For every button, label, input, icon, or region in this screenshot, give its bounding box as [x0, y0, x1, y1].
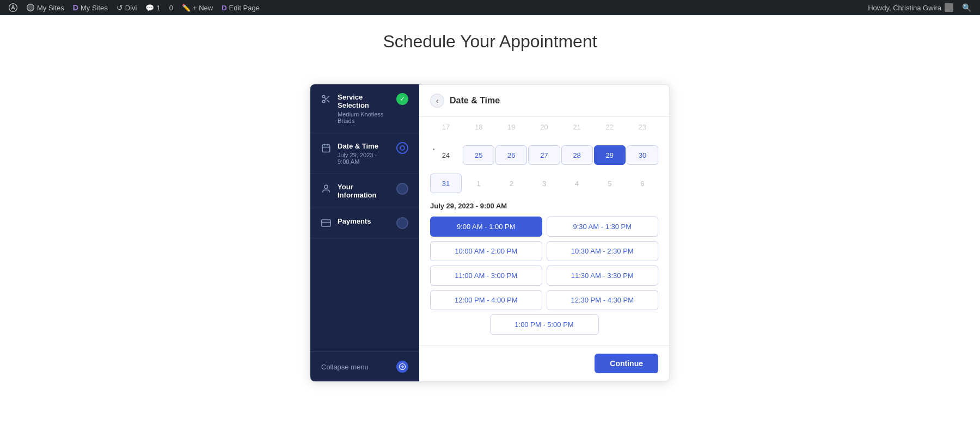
time-slot-9[interactable]: 1:00 PM - 5:00 PM [490, 314, 599, 335]
cal-day-27[interactable]: 27 [528, 145, 560, 165]
my-sites-label: My Sites [37, 4, 64, 12]
cal-day-26[interactable]: 26 [495, 145, 527, 165]
sidebar-step-datetime[interactable]: Date & Time July 29, 2023 - 9:00 AM [310, 133, 419, 174]
selected-date-label: July 29, 2023 - 9:00 AM [430, 202, 658, 210]
divi-label: My Sites [81, 4, 108, 12]
comments-count: 1 [156, 4, 160, 12]
time-slot-3[interactable]: 10:00 AM - 2:00 PM [430, 241, 542, 261]
svg-point-1 [322, 95, 325, 98]
info-inactive-indicator [396, 183, 408, 195]
svg-rect-6 [322, 145, 330, 152]
person-icon [321, 184, 331, 194]
edit-page-link[interactable]: ✏️ + New [177, 0, 217, 15]
calendar-week-3: 31 1 2 3 4 5 6 [430, 174, 658, 193]
cal-day-17[interactable]: 17 [430, 117, 462, 137]
cal-day-19[interactable]: 19 [495, 117, 527, 137]
updates-icon: ↺ [117, 3, 123, 12]
cal-day-4-aug[interactable]: 4 [561, 174, 593, 193]
service-complete-indicator: ✓ [396, 93, 408, 105]
booking-widget: Service Selection Medium Knotless Braids… [310, 84, 670, 381]
wp-logo-link[interactable] [4, 0, 22, 15]
svg-line-4 [327, 100, 329, 102]
new-link[interactable]: 0 [165, 0, 177, 15]
calendar-icon [321, 143, 331, 153]
time-slot-4[interactable]: 10:30 AM - 2:30 PM [547, 241, 659, 261]
booking-sidebar: Service Selection Medium Knotless Braids… [310, 84, 419, 381]
time-slots-grid: 9:00 AM - 1:00 PM 9:30 AM - 1:30 PM 10:0… [430, 217, 658, 335]
payments-step-title: Payments [338, 217, 390, 225]
sidebar-step-service[interactable]: Service Selection Medium Knotless Braids… [310, 84, 419, 133]
cal-day-23[interactable]: 23 [627, 117, 658, 137]
cal-day-6-aug[interactable]: 6 [627, 174, 658, 193]
card-icon [321, 218, 331, 228]
datetime-step-content: Date & Time July 29, 2023 - 9:00 AM [338, 142, 390, 165]
cal-day-24[interactable]: 24 [430, 145, 462, 165]
cal-day-22[interactable]: 22 [594, 117, 626, 137]
admin-bar: My Sites D My Sites ↺ Divi 💬 1 0 ✏️ + Ne… [0, 0, 980, 15]
cal-day-21[interactable]: 21 [561, 117, 593, 137]
cal-day-2-aug[interactable]: 2 [495, 174, 527, 193]
time-slot-5[interactable]: 11:00 AM - 3:00 PM [430, 266, 542, 286]
cal-day-1-aug[interactable]: 1 [463, 174, 494, 193]
cal-day-31[interactable]: 31 [430, 174, 462, 193]
edit-page-label: + New [193, 4, 213, 12]
scissors-icon [321, 94, 331, 104]
page-title: Schedule Your Appointment [22, 32, 958, 52]
service-step-content: Service Selection Medium Knotless Braids [338, 93, 390, 124]
my-sites-link[interactable]: My Sites [22, 0, 69, 15]
comments-link[interactable]: 💬 1 [141, 0, 164, 15]
cal-day-20[interactable]: 20 [528, 117, 560, 137]
cal-day-5-aug[interactable]: 5 [594, 174, 626, 193]
cal-day-28[interactable]: 28 [561, 145, 593, 165]
pencil-icon: ✏️ [182, 4, 191, 12]
admin-bar-right: Howdy, Christina Gwira 🔍 [863, 3, 976, 12]
time-slot-6[interactable]: 11:30 AM - 3:30 PM [547, 266, 659, 286]
time-slot-7[interactable]: 12:00 PM - 4:00 PM [430, 290, 542, 310]
cal-day-30[interactable]: 30 [627, 145, 658, 165]
collapse-menu-button[interactable]: Collapse menu [310, 351, 419, 381]
visual-builder-label: Edit Page [229, 4, 260, 12]
search-icon[interactable]: 🔍 [958, 3, 976, 12]
new-label: 0 [169, 4, 173, 12]
cal-day-18[interactable]: 18 [463, 117, 494, 137]
continue-button[interactable]: Continue [595, 354, 658, 373]
divi-icon: D [73, 3, 78, 12]
comments-icon: 💬 [145, 4, 154, 12]
payments-step-content: Payments [338, 217, 390, 225]
sidebar-step-info[interactable]: Your Information [310, 174, 419, 208]
divi-d-icon: D [222, 4, 226, 12]
booking-footer: Continue [419, 345, 669, 381]
calendar-week-1: 17 18 19 20 21 22 23 [430, 117, 658, 137]
back-chevron-icon: ‹ [436, 96, 439, 105]
visual-builder-link[interactable]: D Edit Page [217, 0, 264, 15]
updates-count: Divi [125, 4, 137, 12]
cal-day-29[interactable]: 29 [594, 145, 626, 165]
info-step-content: Your Information [338, 183, 390, 199]
service-step-title: Service Selection [338, 93, 390, 109]
booking-main-panel: ‹ Date & Time 17 18 19 20 21 22 23 24 25 [419, 84, 670, 381]
time-slot-2[interactable]: 9:30 AM - 1:30 PM [547, 217, 659, 237]
back-button[interactable]: ‹ [430, 94, 444, 108]
svg-rect-11 [322, 220, 331, 226]
updates-link[interactable]: ↺ Divi [112, 0, 142, 15]
payments-inactive-indicator [396, 217, 408, 229]
booking-header: ‹ Date & Time [419, 85, 669, 117]
datetime-step-title: Date & Time [338, 142, 390, 150]
svg-point-2 [322, 100, 325, 103]
sidebar-spacer [310, 238, 419, 351]
main-content: Schedule Your Appointment Service Select… [0, 15, 980, 426]
cal-day-25[interactable]: 25 [463, 145, 494, 165]
svg-point-10 [324, 185, 328, 188]
datetime-step-subtitle: July 29, 2023 - 9:00 AM [338, 152, 390, 165]
panel-title: Date & Time [450, 96, 500, 106]
service-step-subtitle: Medium Knotless Braids [338, 111, 390, 124]
calendar-week-2: 24 25 26 27 28 29 30 [430, 145, 658, 165]
time-slot-1[interactable]: 9:00 AM - 1:00 PM [430, 217, 542, 237]
datetime-active-indicator [396, 142, 408, 154]
divi-link[interactable]: D My Sites [69, 0, 112, 15]
time-slot-8[interactable]: 12:30 PM - 4:30 PM [547, 290, 659, 310]
cal-day-3-aug[interactable]: 3 [528, 174, 560, 193]
howdy-text: Howdy, Christina Gwira [863, 3, 958, 12]
collapse-circle-icon [396, 361, 408, 373]
sidebar-step-payments[interactable]: Payments [310, 208, 419, 238]
